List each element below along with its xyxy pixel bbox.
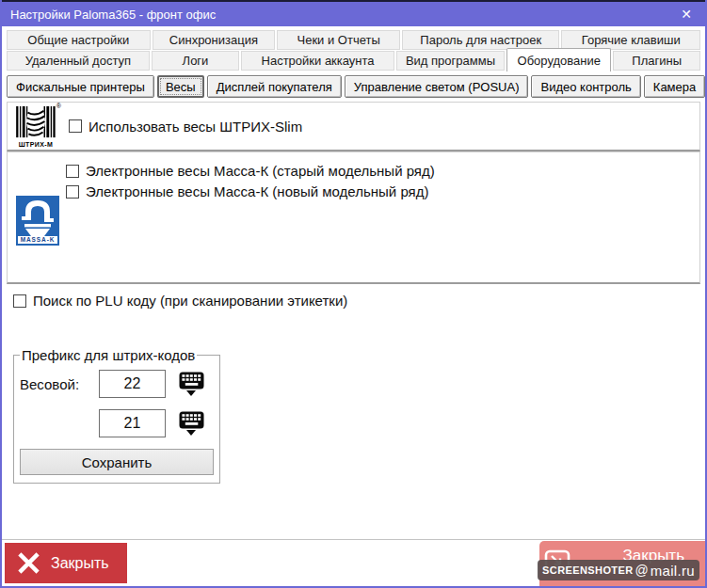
checkbox-box-plu[interactable] (13, 294, 26, 308)
tab-account-settings[interactable]: Настройки аккаунта (241, 51, 394, 71)
second-prefix-input[interactable] (99, 409, 166, 437)
second-prefix-row (99, 409, 214, 437)
checkbox-box-massa-old[interactable] (66, 165, 79, 178)
keyboard-icon (179, 372, 204, 389)
dropdown-arrow-icon (186, 430, 196, 436)
keyboard-icon-second[interactable] (178, 411, 204, 436)
tab-remote-access[interactable]: Удаленный доступ (7, 51, 150, 71)
tab-settings-password[interactable]: Пароль для настроек (402, 30, 559, 50)
keyboard-icon-weight[interactable] (178, 372, 204, 396)
title-bar[interactable]: Настройки Paloma365 - фронт офис ✕ (2, 2, 705, 26)
subtab-camera[interactable]: Камера (644, 75, 705, 98)
weight-prefix-row: Весовой: (20, 370, 214, 398)
checkbox-massa-old[interactable]: Электронные весы Масса-К (старый модельн… (66, 163, 699, 179)
tab-equipment[interactable]: Оборудование (506, 48, 611, 72)
checkbox-plu-search[interactable]: Поиск по PLU коду (при сканировании этик… (13, 293, 705, 309)
checkbox-massa-new[interactable]: Электронные весы Масса-К (новый модельны… (66, 183, 699, 199)
subtab-scales[interactable]: Весы (157, 75, 204, 98)
massa-k-logo: MASSA-K (16, 196, 59, 246)
weight-prefix-label: Весовой: (20, 376, 99, 392)
checkbox-label-massa-old: Электронные весы Масса-К (старый модельн… (86, 163, 435, 179)
main-tabs: Общие настройки Синхронизация Чеки и Отч… (2, 26, 705, 71)
close-x-icon (17, 551, 40, 575)
equipment-subtabs: Фискальные принтеры Весы Дисплей покупат… (2, 72, 705, 102)
checkbox-box-shtrih-slim[interactable] (69, 119, 82, 133)
tab-logs[interactable]: Логи (152, 51, 240, 71)
tab-row-1: Общие настройки Синхронизация Чеки и Отч… (7, 30, 700, 50)
shtrih-logo-caption: ШТРИХ-М (14, 141, 57, 148)
checkbox-label-massa-new: Электронные весы Масса-К (новый модельны… (86, 183, 428, 199)
shtrih-barcode-zebra-icon (15, 105, 56, 139)
shtrih-m-logo: ШТРИХ-М ® (14, 105, 57, 148)
checkbox-box-massa-new[interactable] (66, 185, 79, 199)
massa-k-logo-caption: MASSA-K (18, 236, 57, 244)
tab-program-view[interactable]: Вид программы (396, 51, 505, 71)
dropdown-arrow-icon (186, 390, 196, 396)
badge-domain: mail.ru (651, 563, 695, 579)
checkbox-label-shtrih-slim: Использовать весы ШТРИХ-Slim (88, 119, 302, 135)
badge-name: SCREENSHOTER (542, 564, 633, 576)
subtab-customer-display[interactable]: Дисплей покупателя (207, 75, 342, 98)
checkbox-label-plu: Поиск по PLU коду (при сканировании этик… (33, 293, 347, 309)
save-button[interactable]: Сохранить (20, 449, 214, 475)
barcode-prefix-group: Префикс для штрих-кодов Весовой: (13, 347, 220, 484)
tab-plugins[interactable]: Плагины (613, 51, 700, 71)
weight-prefix-input[interactable] (99, 370, 166, 398)
close-window-icon[interactable]: ✕ (667, 2, 705, 26)
massa-k-scales-icon (16, 196, 59, 236)
massa-k-scales-panel: Электронные весы Масса-К (старый модельн… (7, 151, 700, 284)
window-title: Настройки Paloma365 - фронт офис (10, 8, 216, 22)
subtab-video-control[interactable]: Видео контроль (531, 75, 640, 98)
close-dialog-button[interactable]: Закрыть (5, 543, 127, 583)
tab-synchronization[interactable]: Синхронизация (153, 30, 276, 50)
settings-dialog: Настройки Paloma365 - фронт офис ✕ Общие… (0, 0, 707, 588)
subtab-fiscal-printers[interactable]: Фискальные принтеры (7, 75, 154, 98)
keyboard-icon (179, 411, 204, 429)
tab-receipts-reports[interactable]: Чеки и Отчеты (277, 30, 400, 50)
screenshot-watermark: Закрыть SCREENSHOTER @ mail.ru (532, 541, 705, 586)
close-dialog-label: Закрыть (51, 555, 109, 572)
shtrih-scales-panel: ШТРИХ-М ® Использовать весы ШТРИХ-Slim (7, 102, 700, 151)
dialog-footer: Закрыть Закрыть SCREENSHOTER @ mail.ru (2, 539, 705, 586)
badge-at-sign: @ (635, 563, 649, 578)
screenshoter-badge: SCREENSHOTER @ mail.ru (538, 560, 699, 580)
tab-general-settings[interactable]: Общие настройки (7, 30, 151, 50)
registered-trademark-icon: ® (56, 103, 61, 109)
barcode-prefix-group-title: Префикс для штрих-кодов (20, 347, 197, 363)
checkbox-use-shtrih-slim[interactable]: Использовать весы ШТРИХ-Slim (69, 119, 302, 135)
tab-hotkeys[interactable]: Горячие клавиши (561, 30, 700, 50)
tab-row-2: Удаленный доступ Логи Настройки аккаунта… (7, 51, 700, 71)
subtab-light-control[interactable]: Управление светом (POSUA) (345, 75, 529, 98)
